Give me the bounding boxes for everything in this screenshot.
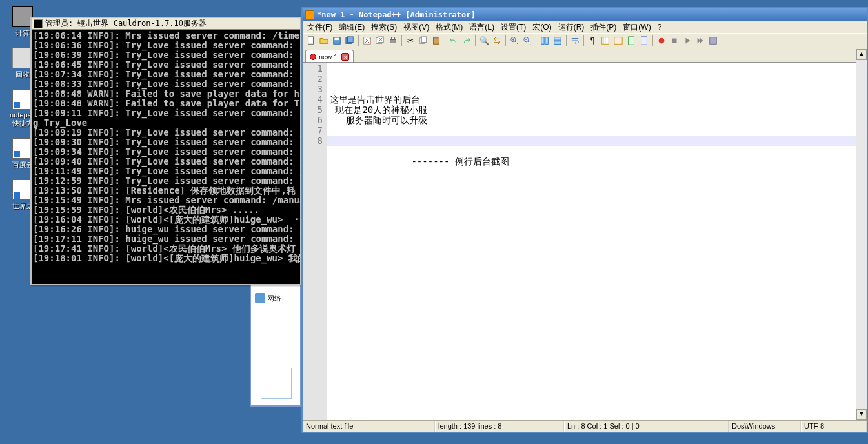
menu-item[interactable]: 格式(M): [432, 22, 466, 33]
user-lang-button[interactable]: [612, 35, 624, 46]
explorer-window-fragment[interactable]: 网络: [250, 283, 301, 407]
toolbar-separator: [401, 35, 402, 46]
menu-item[interactable]: 语言(L): [466, 22, 498, 33]
svg-rect-16: [541, 37, 544, 45]
svg-rect-11: [421, 37, 426, 43]
svg-point-24: [659, 38, 665, 44]
save-button[interactable]: [331, 35, 343, 46]
svg-rect-0: [308, 37, 314, 44]
status-eol: Dos\Windows: [729, 421, 801, 432]
svg-rect-18: [554, 37, 561, 40]
toolbar-separator: [445, 35, 445, 46]
undo-button[interactable]: [448, 35, 459, 46]
stop-macro-button[interactable]: [669, 35, 680, 46]
svg-rect-9: [391, 37, 394, 40]
menu-item[interactable]: 插件(P): [587, 22, 620, 33]
cmd-icon: [34, 19, 43, 28]
code-area[interactable]: 这里是告击世界的后台 现在是20人的神秘小服 服务器随时可以升级 -------…: [327, 63, 867, 420]
find-button[interactable]: 🔍: [478, 35, 490, 46]
npp-editor[interactable]: 12345678 这里是告击世界的后台 现在是20人的神秘小服 服务器随时可以升…: [303, 62, 867, 420]
svg-rect-21: [614, 37, 622, 45]
menu-item[interactable]: 编辑(E): [336, 22, 368, 33]
notepadpp-icon: [305, 10, 314, 19]
svg-rect-2: [335, 38, 339, 41]
menu-item[interactable]: 设置(T): [498, 22, 529, 33]
scroll-down-button[interactable]: ▼: [856, 409, 867, 420]
svg-rect-13: [434, 37, 438, 39]
tab-label: new 1: [319, 53, 338, 61]
toolbar-separator: [475, 35, 476, 46]
npp-statusbar: Normal text file length : 139 lines : 8 …: [303, 420, 867, 432]
npp-tabbar[interactable]: new 1 ×: [303, 48, 867, 62]
console-window[interactable]: 管理员: 锤击世界 Cauldron-1.7.10服务器 [19:06:14 I…: [30, 17, 301, 285]
tab-close-button[interactable]: ×: [341, 53, 349, 61]
paste-button[interactable]: [430, 35, 442, 46]
svg-rect-17: [545, 37, 548, 45]
menu-item[interactable]: 搜索(S): [368, 22, 400, 33]
network-label: 网络: [255, 293, 281, 303]
play-multi-button[interactable]: [694, 35, 706, 46]
menu-item[interactable]: 宏(O): [529, 22, 554, 33]
new-file-button[interactable]: [305, 35, 317, 46]
svg-rect-25: [672, 39, 677, 43]
show-all-chars-button[interactable]: ¶: [587, 35, 598, 46]
npp-menubar[interactable]: 文件(F)编辑(E)搜索(S)视图(V)格式(M)语言(L)设置(T)宏(O)运…: [303, 21, 867, 33]
menu-item[interactable]: 视图(V): [400, 22, 432, 33]
menu-item[interactable]: ?: [654, 23, 665, 32]
status-filemode: Normal text file: [303, 421, 435, 432]
console-output[interactable]: [19:06:14 INFO]: Mrs issued server comma…: [32, 30, 300, 284]
npp-toolbar[interactable]: ✂ 🔍 ¶: [303, 33, 867, 48]
npp-title-text: *new 1 - Notepad++ [Administrator]: [317, 10, 476, 19]
npp-titlebar[interactable]: *new 1 - Notepad++ [Administrator]: [303, 8, 867, 21]
sync-vscroll-button[interactable]: [539, 35, 550, 46]
close-button[interactable]: [361, 35, 373, 46]
status-encoding: UTF-8: [801, 421, 867, 432]
record-macro-button[interactable]: [656, 35, 667, 46]
toolbar-separator: [583, 35, 584, 46]
save-macro-button[interactable]: [707, 35, 719, 46]
sync-hscroll-button[interactable]: [552, 35, 563, 46]
redo-button[interactable]: [461, 35, 472, 46]
svg-rect-4: [348, 37, 354, 43]
wordwrap-button[interactable]: [569, 35, 581, 46]
svg-rect-23: [641, 37, 647, 45]
console-title-text: 管理员: 锤击世界 Cauldron-1.7.10服务器: [45, 18, 207, 29]
func-list-button[interactable]: [638, 35, 650, 46]
play-macro-button[interactable]: [681, 35, 693, 46]
status-position: Ln : 8 Col : 1 Sel : 0 | 0: [564, 421, 729, 432]
svg-rect-22: [629, 37, 634, 45]
zoom-in-button[interactable]: [509, 35, 520, 46]
scroll-up-button[interactable]: ▲: [856, 49, 867, 60]
copy-button[interactable]: [418, 35, 429, 46]
toolbar-separator: [505, 35, 506, 46]
open-file-button[interactable]: [318, 35, 330, 46]
toolbar-separator: [358, 35, 359, 46]
toolbar-separator: [566, 35, 567, 46]
save-all-button[interactable]: [344, 35, 356, 46]
toolbar-separator: [536, 35, 536, 46]
zoom-out-button[interactable]: [521, 35, 533, 46]
menu-item[interactable]: 运行(R): [555, 22, 588, 33]
status-length: length : 139 lines : 8: [435, 421, 564, 432]
network-icon: [255, 293, 265, 303]
svg-rect-8: [390, 39, 396, 43]
tab-new1[interactable]: new 1 ×: [305, 50, 354, 62]
document-icon[interactable]: [261, 368, 292, 399]
console-titlebar[interactable]: 管理员: 锤击世界 Cauldron-1.7.10服务器: [32, 18, 300, 30]
menu-item[interactable]: 文件(F): [304, 22, 336, 33]
close-all-button[interactable]: [374, 35, 386, 46]
print-button[interactable]: [387, 35, 399, 46]
toolbar-separator: [652, 35, 653, 46]
menu-item[interactable]: 窗口(W): [620, 22, 654, 33]
unsaved-indicator-icon: [310, 54, 316, 60]
svg-rect-19: [554, 41, 561, 44]
notepadpp-window[interactable]: *new 1 - Notepad++ [Administrator] 文件(F)…: [301, 7, 868, 433]
line-number-gutter: 12345678: [303, 63, 327, 420]
svg-rect-26: [710, 37, 717, 45]
replace-button[interactable]: [491, 35, 503, 46]
indent-guide-button[interactable]: [600, 35, 611, 46]
cut-button[interactable]: ✂: [405, 35, 416, 46]
doc-map-button[interactable]: [625, 35, 637, 46]
